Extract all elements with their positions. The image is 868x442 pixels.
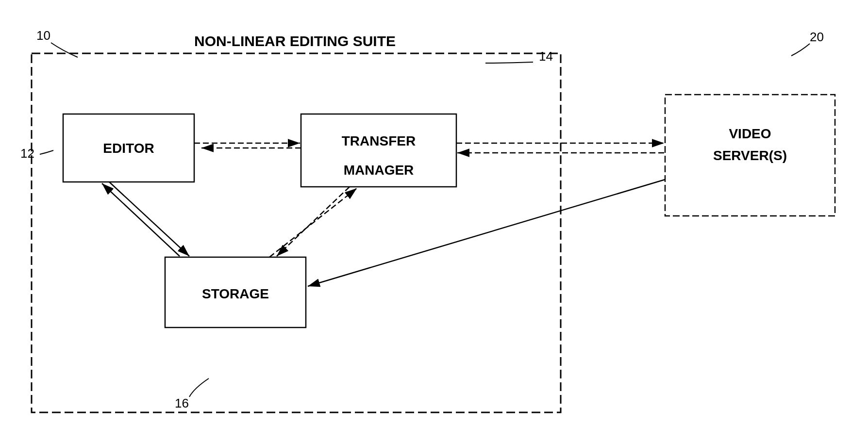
ref14-callout xyxy=(485,62,533,63)
ref10-callout xyxy=(51,43,78,57)
storage-label: STORAGE xyxy=(202,286,269,301)
arrow-vs-to-storage xyxy=(308,180,665,286)
diagram-container: EDITOR TRANSFER MANAGER STORAGE VIDEO SE… xyxy=(0,0,868,442)
arrow-tm-to-storage xyxy=(277,187,350,256)
ref12-callout xyxy=(40,150,53,154)
arrow-storage-to-editor xyxy=(102,183,180,256)
transfer-manager-label-line1: TRANSFER xyxy=(342,133,416,148)
nles-boundary xyxy=(32,53,561,412)
nles-title: NON-LINEAR EDITING SUITE xyxy=(194,33,396,49)
ref16-callout xyxy=(189,378,209,397)
editor-label: EDITOR xyxy=(103,141,154,156)
ref-num-16: 16 xyxy=(175,396,189,410)
arrow-editor-to-storage xyxy=(109,182,189,256)
video-server-label-line1: VIDEO xyxy=(729,126,771,141)
transfer-manager-label-line2: MANAGER xyxy=(344,163,414,178)
arrow-storage-to-tm xyxy=(269,188,357,257)
ref20-callout xyxy=(791,44,810,56)
ref-num-14: 14 xyxy=(539,49,553,64)
video-server-label-line2: SERVER(S) xyxy=(713,148,787,163)
ref-num-10: 10 xyxy=(36,28,50,43)
ref-num-12: 12 xyxy=(20,146,34,161)
diagram-svg: EDITOR TRANSFER MANAGER STORAGE VIDEO SE… xyxy=(0,0,868,442)
ref-num-20: 20 xyxy=(810,30,824,44)
